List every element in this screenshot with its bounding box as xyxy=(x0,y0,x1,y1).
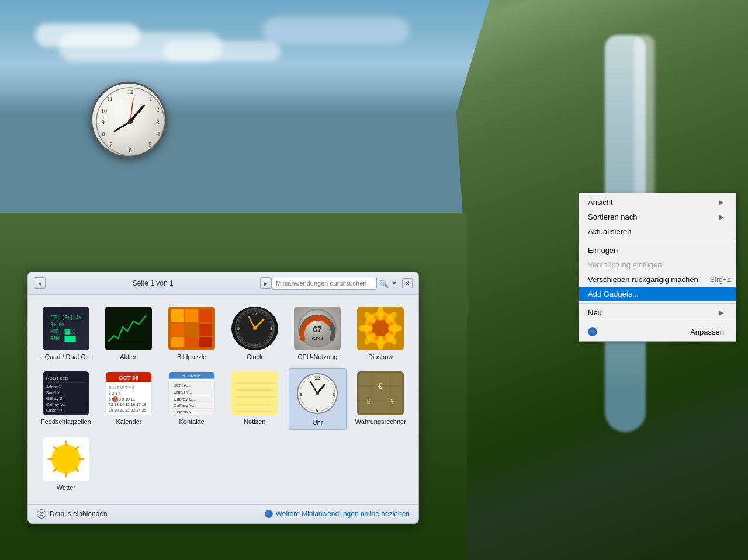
svg-text:1: 1 xyxy=(150,96,153,102)
gadget-label-diashow: Diashow xyxy=(368,353,393,361)
nav-next-button[interactable]: ► xyxy=(260,277,272,289)
gadget-item-cpu[interactable]: CPU 67 CPU-Nutzung xyxy=(289,304,347,364)
menu-label-ansicht: Ansicht xyxy=(588,198,613,207)
gadgets-grid: CPU [3%] 4% 3% 6% HDD: ▓▓░░ RAM: ████ .:… xyxy=(28,295,418,504)
svg-rect-76 xyxy=(231,371,278,415)
svg-text:4: 4 xyxy=(157,131,160,137)
svg-text:Cisbon Y...: Cisbon Y... xyxy=(174,409,195,415)
gadget-icon-kalender: OCT 06 S M T W T F S 1 2 3 4 5 6 7 8 9 1… xyxy=(105,371,152,415)
menu-item-ansicht[interactable]: Ansicht ▶ xyxy=(579,195,736,210)
gadget-item-diashow[interactable]: Diashow xyxy=(351,304,410,364)
dropdown-icon[interactable]: ▼ xyxy=(391,280,397,287)
svg-text:19 20 21 22 23 24 25: 19 20 21 22 23 24 25 xyxy=(109,408,147,412)
svg-rect-72 xyxy=(172,402,212,402)
menu-item-sortieren[interactable]: Sortieren nach ▶ xyxy=(579,210,736,224)
gadget-label-clock: Clock xyxy=(247,353,263,361)
menu-label-verknuepfung: Verknüpfung einfügen xyxy=(588,260,662,269)
menu-label-anpassen: Anpassen xyxy=(690,328,724,336)
gadget-item-kalender[interactable]: OCT 06 S M T W T F S 1 2 3 4 5 6 7 8 9 1… xyxy=(100,368,158,430)
page-info: Seite 1 von 1 xyxy=(46,279,260,287)
details-toggle[interactable]: ⊙ Details einblenden xyxy=(37,509,108,519)
svg-text:67: 67 xyxy=(313,325,323,334)
gadget-icon-wetter xyxy=(43,437,89,481)
menu-item-einfuegen[interactable]: Einfügen xyxy=(579,243,736,258)
gadget-item-aktien[interactable]: Aktien xyxy=(100,304,158,364)
gadget-icon-notizen xyxy=(231,371,278,415)
search-icon[interactable]: 🔍 xyxy=(379,279,389,288)
menu-separator-2 xyxy=(579,303,736,304)
globe-icon xyxy=(265,510,273,518)
search-input[interactable] xyxy=(272,277,377,290)
cloud-4 xyxy=(263,18,409,44)
nav-prev-button[interactable]: ◄ xyxy=(34,277,46,289)
svg-text:5  6  7  8  9 10 11: 5 6 7 8 9 10 11 xyxy=(109,397,136,401)
gadget-item-notizen[interactable]: Notizen xyxy=(226,368,284,430)
svg-text:1  2  3  4: 1 2 3 4 xyxy=(109,391,121,395)
gadget-icon-cpu: CPU 67 xyxy=(294,307,341,350)
svg-rect-26 xyxy=(185,337,198,347)
svg-text:3: 3 xyxy=(270,326,272,331)
menu-label-sortieren: Sortieren nach xyxy=(588,213,638,221)
gadget-icon-bildpuzzle xyxy=(168,307,215,350)
svg-point-16 xyxy=(128,119,133,124)
svg-text:10: 10 xyxy=(101,107,107,114)
gadget-icon-waehrung: € $ ¥ xyxy=(357,371,404,415)
svg-text:12 13 14 15 16 17 18: 12 13 14 15 16 17 18 xyxy=(109,403,147,407)
clock-svg: 12 3 6 9 1 2 4 5 11 10 8 7 xyxy=(92,84,167,158)
menu-item-aktualisieren[interactable]: Aktualisieren xyxy=(579,224,736,239)
svg-rect-25 xyxy=(171,337,184,347)
svg-text:CPU: CPU xyxy=(312,336,323,342)
menu-shortcut-verschieben: Strg+Z xyxy=(710,276,731,284)
svg-text:9: 9 xyxy=(300,392,303,397)
svg-line-14 xyxy=(115,121,130,131)
clock-face: 12 3 6 9 1 2 4 5 11 10 8 7 xyxy=(91,82,167,158)
svg-text:11: 11 xyxy=(107,96,113,102)
gadget-label-kalender: Kalender xyxy=(116,418,141,426)
svg-rect-27 xyxy=(199,337,212,347)
svg-text:S  M  T  W  T  F  S: S M T W T F S xyxy=(109,385,135,389)
svg-point-37 xyxy=(253,326,257,330)
gadget-icon-feed: RSS Feed Adobe Y... Small Y... Gillhay S… xyxy=(43,371,89,415)
gadget-item-quad[interactable]: CPU [3%] 4% 3% 6% HDD: ▓▓░░ RAM: ████ .:… xyxy=(37,304,95,364)
gadget-item-waehrung[interactable]: € $ ¥ Währungsrechner xyxy=(351,368,410,430)
gadget-panel-footer: ⊙ Details einblenden Weitere Minianwendu… xyxy=(28,504,418,523)
cloud-3 xyxy=(164,41,280,61)
gadget-label-kontakte: Kontakte xyxy=(179,418,204,426)
svg-text:9: 9 xyxy=(101,119,105,126)
details-label: Details einblenden xyxy=(50,510,108,518)
gadget-item-bildpuzzle[interactable]: Bildpuzzle xyxy=(162,304,221,364)
gadget-item-feed[interactable]: RSS Feed Adobe Y... Small Y... Gillhay S… xyxy=(37,368,95,430)
svg-rect-70 xyxy=(172,395,212,395)
svg-point-48 xyxy=(388,325,402,332)
svg-point-90 xyxy=(316,392,319,395)
svg-text:€: € xyxy=(378,381,383,391)
menu-item-gadgets[interactable]: Add Gadgets... xyxy=(579,287,736,301)
online-link-label: Weitere Minianwendungen online beziehen xyxy=(276,510,410,518)
online-link[interactable]: Weitere Minianwendungen online beziehen xyxy=(265,510,410,518)
svg-text:Berit A...: Berit A... xyxy=(174,382,191,388)
gadget-label-feed: Feedschlagzeilen xyxy=(41,418,91,426)
svg-rect-66 xyxy=(172,381,212,382)
svg-rect-20 xyxy=(171,309,184,322)
svg-point-102 xyxy=(54,447,78,471)
menu-item-verschieben[interactable]: Verschieben rückgängig machen Strg+Z xyxy=(579,272,736,287)
submenu-arrow-neu: ▶ xyxy=(719,309,724,316)
panel-close-button[interactable]: ✕ xyxy=(402,278,413,288)
gadget-icon-diashow xyxy=(357,307,404,350)
svg-text:Gilbray S...: Gilbray S... xyxy=(174,396,196,402)
gadget-icon-uhr: 12 3 6 9 xyxy=(294,372,341,416)
gadget-item-clock[interactable]: 12 3 6 9 Clock xyxy=(226,304,284,364)
gadget-icon-kontakte: Kontakte Berit A... Small Y... Gilbray S… xyxy=(168,371,215,415)
svg-text:6: 6 xyxy=(115,398,117,402)
menu-item-neu[interactable]: Neu ▶ xyxy=(579,305,736,320)
menu-item-anpassen[interactable]: Anpassen xyxy=(579,324,736,339)
desktop-clock-widget: 12 3 6 9 1 2 4 5 11 10 8 7 xyxy=(91,82,167,158)
gadget-item-kontakte[interactable]: Kontakte Berit A... Small Y... Gilbray S… xyxy=(162,368,221,430)
gadget-item-uhr[interactable]: 12 3 6 9 Uhr xyxy=(289,368,347,430)
svg-text:3: 3 xyxy=(333,392,335,397)
svg-text:Caffrey V...: Caffrey V... xyxy=(174,404,196,409)
gadget-item-wetter[interactable]: Wetter xyxy=(37,434,95,495)
gadget-label-bildpuzzle: Bildpuzzle xyxy=(177,353,206,361)
gadget-label-cpu: CPU-Nutzung xyxy=(298,353,338,361)
submenu-arrow-ansicht: ▶ xyxy=(719,199,724,206)
